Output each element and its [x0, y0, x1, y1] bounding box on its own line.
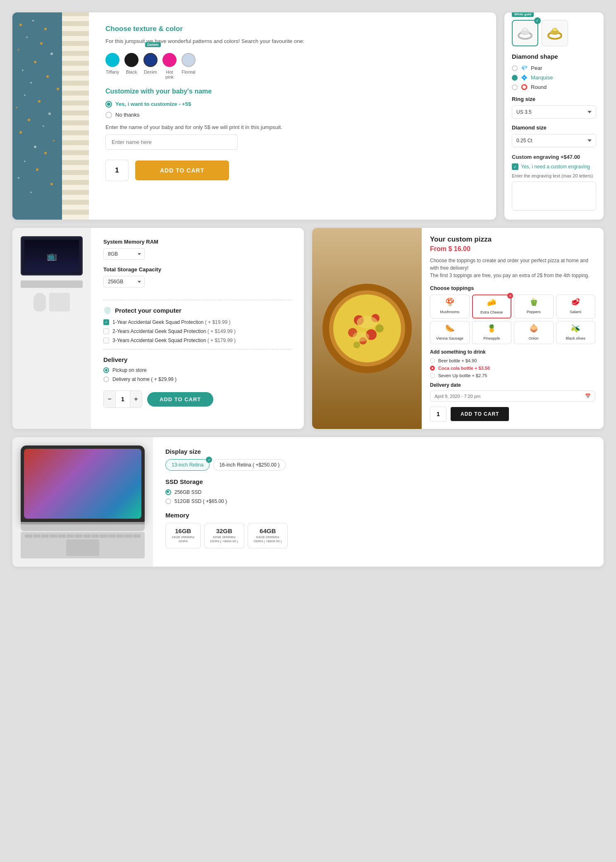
- drinks-title: Add something to drink: [430, 349, 595, 355]
- computer-add-to-cart-button[interactable]: ADD TO CART: [147, 392, 213, 407]
- customize-no-radio[interactable]: [105, 112, 112, 118]
- home-delivery-radio[interactable]: [103, 376, 109, 382]
- protection-3-checkbox[interactable]: [103, 338, 109, 343]
- pepper-label: Peppers: [527, 310, 541, 314]
- add-to-cart-button[interactable]: ADD TO CART: [135, 160, 229, 180]
- svg-point-46: [357, 316, 377, 328]
- macbook-keyboard: [21, 532, 145, 558]
- cola-option[interactable]: Coca cola bottle + $3.50: [430, 366, 595, 371]
- diamond-pear-option[interactable]: 💎 Pear: [512, 65, 596, 71]
- ssd-512-row[interactable]: 512GB SSD ( +$65.00 ): [165, 498, 591, 504]
- diamond-round-radio[interactable]: [512, 84, 518, 90]
- pizza-add-to-cart-button[interactable]: ADD TO CART: [451, 407, 509, 421]
- delivery-date-value: April 9, 2020 - 7:20 pm: [435, 394, 480, 399]
- ring-size-select[interactable]: US 3.5 US 3 US 4 US 4.5 US 5: [512, 105, 596, 119]
- display-16-button[interactable]: 16-inch Retina ( +$250.00 ): [213, 459, 286, 471]
- label-hotpink: Hot pink: [162, 69, 177, 79]
- engraving-yes-row: ✓ Yes, i need a custom engraving: [512, 163, 596, 170]
- ssd-256-row[interactable]: 256GB SSD: [165, 489, 591, 495]
- pickup-option[interactable]: Pickup on store: [103, 367, 291, 373]
- color-denim[interactable]: Denim: [143, 53, 158, 67]
- svg-point-19: [19, 131, 22, 134]
- mouse-visual: [33, 293, 46, 311]
- qty-increase-button[interactable]: +: [130, 391, 142, 407]
- svg-point-10: [46, 75, 49, 78]
- name-input[interactable]: [105, 134, 238, 150]
- pizza-quantity: 1: [430, 407, 446, 421]
- color-tiffany[interactable]: [105, 53, 119, 67]
- sevenup-option[interactable]: Seven Up bottle + $2.75: [430, 373, 595, 378]
- engraving-title: Custom engraving +$47.00: [512, 154, 580, 160]
- pizza-visual: [312, 228, 422, 429]
- topping-extra-cheese[interactable]: ✕ 🧀 Extra Cheese: [472, 295, 512, 318]
- display-13-button[interactable]: 13-inch Retina: [165, 459, 210, 471]
- computer-qty-stepper: − 1 +: [103, 390, 142, 408]
- qty-decrease-button[interactable]: −: [104, 391, 115, 407]
- vienna-icon: 🌭: [432, 324, 468, 333]
- topping-peppers[interactable]: 🫑 Peppers: [514, 295, 554, 318]
- protection-1-checkbox[interactable]: ✓: [103, 319, 109, 325]
- memory-64gb[interactable]: 64GB 64GB 2666MhzDDR4 ( +$800.00 ): [248, 523, 288, 548]
- topping-salami[interactable]: 🥩 Salami: [556, 295, 596, 318]
- pineapple-label: Pineapple: [483, 336, 500, 340]
- memory-title: Memory: [165, 512, 591, 519]
- topping-pineapple[interactable]: 🍍 Pineapple: [472, 321, 512, 344]
- customize-yes-radio[interactable]: [105, 101, 112, 108]
- denim-badge: Denim: [145, 42, 161, 47]
- svg-point-7: [50, 53, 53, 55]
- memory-32gb[interactable]: 32GB 32GB 2666MhzDDR4 ( +$400.00 ): [204, 523, 244, 548]
- protection-1-label: 1-Year Accidental Geek Squad Protection …: [112, 319, 230, 325]
- beer-option[interactable]: Beer bottle + $4.90: [430, 358, 595, 363]
- ssd-512-radio[interactable]: [165, 498, 171, 504]
- delivery-title: Delivery: [103, 356, 291, 363]
- quantity-display: 1: [105, 160, 129, 181]
- topping-vienna[interactable]: 🌭 Vienna Sausage: [430, 321, 470, 344]
- beer-radio[interactable]: [430, 358, 435, 363]
- color-hotpink[interactable]: [162, 53, 177, 67]
- sevenup-radio[interactable]: [430, 373, 435, 378]
- diamond-size-select[interactable]: 0.25 Ct 0.50 Ct 0.75 Ct 1.00 Ct: [512, 134, 596, 147]
- topping-mushrooms[interactable]: 🍄 Mushrooms: [430, 295, 470, 318]
- storage-select[interactable]: 256GB128GB512GB1TB: [103, 276, 145, 287]
- color-floreal[interactable]: [181, 53, 196, 67]
- topping-onion[interactable]: 🧅 Onion: [514, 321, 554, 344]
- customize-yes-option[interactable]: Yes, i want to customize - +5$: [105, 101, 480, 108]
- home-delivery-option[interactable]: Delivery at home ( + $29.99 ): [103, 376, 291, 382]
- delivery-date-input[interactable]: April 9, 2020 - 7:20 pm 📅: [430, 390, 595, 402]
- ring-white-gold[interactable]: ✓ White gold: [512, 20, 538, 46]
- cola-radio[interactable]: [430, 366, 435, 371]
- svg-point-9: [22, 69, 24, 71]
- ring-white-gold-thumb: [512, 20, 538, 46]
- protection-2-row[interactable]: 2-Years Accidental Geek Squad Protection…: [103, 328, 291, 334]
- customize-no-option[interactable]: No thanks: [105, 112, 480, 118]
- ring-gold-thumb[interactable]: [542, 20, 568, 46]
- diamond-pear-radio[interactable]: [512, 65, 518, 71]
- protection-1-row[interactable]: ✓ 1-Year Accidental Geek Squad Protectio…: [103, 319, 291, 325]
- diamond-marquise-radio[interactable]: [512, 75, 518, 81]
- engraving-textarea[interactable]: [512, 182, 596, 211]
- svg-point-4: [26, 36, 28, 38]
- protect-header: Protect your computer: [103, 306, 291, 314]
- delivery-date-label: Delivery date: [430, 382, 595, 388]
- svg-point-22: [44, 152, 47, 154]
- diamond-marquise-option[interactable]: 💠 Marquise: [512, 74, 596, 81]
- qty-cart-row: 1 ADD TO CART: [105, 160, 480, 181]
- ring-size-section: Ring size US 3.5 US 3 US 4 US 4.5 US 5: [512, 96, 596, 125]
- svg-point-14: [38, 100, 41, 103]
- ring-white-gold-svg: [516, 24, 534, 42]
- color-black[interactable]: [124, 53, 138, 67]
- engraving-checkbox[interactable]: ✓: [512, 163, 518, 170]
- jumpsuit-content: Choose texture & color For this jumpsuit…: [89, 12, 496, 220]
- svg-point-21: [34, 146, 36, 148]
- pickup-radio[interactable]: [103, 367, 109, 373]
- macbook-screen-display: [24, 449, 141, 519]
- topping-black-olives[interactable]: 🫒 Black olives: [556, 321, 596, 344]
- diamond-round-option[interactable]: ⭕ Round: [512, 84, 596, 90]
- mushroom-icon: 🍄: [432, 297, 468, 306]
- ram-select[interactable]: 8GB4GB16GB32GB: [103, 248, 145, 260]
- ssd-256-radio[interactable]: [165, 489, 171, 495]
- protection-3-row[interactable]: 3-Years Accidental Geek Squad Protection…: [103, 338, 291, 343]
- protection-2-checkbox[interactable]: [103, 328, 109, 334]
- macbook-visual: [21, 445, 145, 558]
- memory-16gb[interactable]: 16GB 16GB 2666MhzDDR4: [165, 523, 201, 548]
